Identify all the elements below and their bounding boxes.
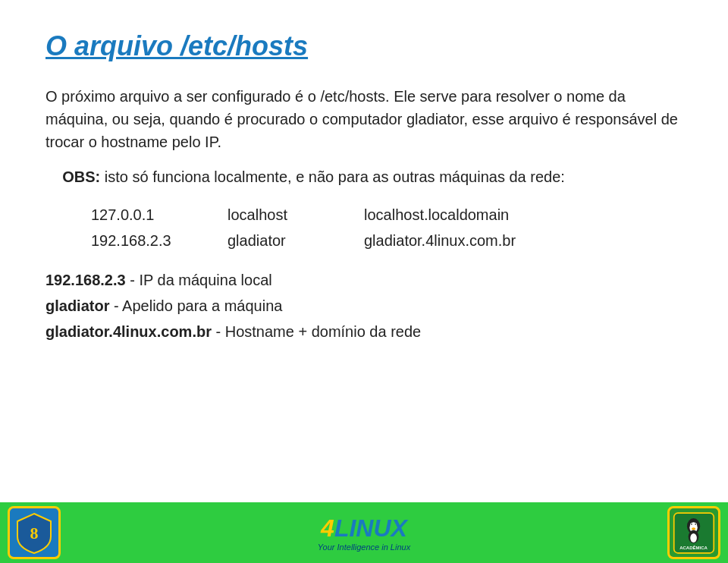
legend-text-2: - Apelido para a máquina (109, 297, 282, 314)
legend-gladiator: gladiator (46, 297, 109, 314)
shield-icon: 8 (11, 510, 57, 555)
bottom-right-logo: ACADÊMICA (667, 506, 720, 559)
4linux-logo-text: 4 LINUX (321, 514, 407, 543)
paragraph-1-text: O próximo arquivo a ser configurado é o … (46, 88, 390, 105)
hosts-fqdn-2: gladiator.4linux.com.br (364, 229, 516, 252)
legend-fqdn: gladiator.4linux.com.br (46, 323, 212, 340)
legend-text-1: - IP da máquina local (126, 272, 272, 288)
svg-text:ACADÊMICA: ACADÊMICA (679, 545, 708, 550)
hosts-row-2: 192.168.2.3 gladiator gladiator.4linux.c… (91, 229, 682, 252)
svg-point-8 (692, 527, 695, 530)
hosts-ip-1: 127.0.0.1 (91, 203, 228, 226)
bottom-center-logo: 4 LINUX Your Intelligence in Linux (318, 514, 410, 552)
slide-container: O arquivo /etc/hosts O próximo arquivo a… (0, 0, 728, 563)
obs-text: isto só funciona localmente, e não para … (100, 168, 565, 185)
obs-paragraph: OBS: isto só funciona localmente, e não … (46, 165, 682, 188)
hosts-table: 127.0.0.1 localhost localhost.localdomai… (91, 203, 682, 252)
svg-text:8: 8 (30, 524, 39, 543)
bottom-bar: 8 4 LINUX Your Intelligence in Linux ACA… (0, 502, 728, 563)
svg-point-7 (695, 524, 696, 525)
paragraph-1: O próximo arquivo a ser configurado é o … (46, 85, 682, 153)
legend-line-3: gladiator.4linux.com.br - Hostname + dom… (46, 319, 682, 344)
hosts-ip-2: 192.168.2.3 (91, 229, 228, 252)
logo-tagline: Your Intelligence in Linux (318, 543, 410, 552)
svg-point-10 (690, 533, 697, 542)
slide-content: O próximo arquivo a ser configurado é o … (46, 85, 682, 344)
logo-four: 4 (321, 514, 334, 543)
legend-ip: 192.168.2.3 (46, 272, 126, 288)
bottom-left-logo: 8 (8, 506, 61, 559)
legend-line-2: gladiator - Apelido para a máquina (46, 293, 682, 319)
logo-linux: LINUX (334, 514, 407, 543)
obs-label: OBS: (62, 168, 100, 185)
slide-title: O arquivo /etc/hosts (46, 30, 682, 62)
hosts-fqdn-1: localhost.localdomain (364, 203, 509, 226)
svg-point-6 (691, 524, 692, 525)
hosts-hostname-2: gladiator (228, 229, 364, 252)
hosts-hostname-1: localhost (228, 203, 364, 226)
legend-text-3: - Hostname + domínio da rede (212, 323, 421, 340)
academica-logo-icon: ACADÊMICA (673, 508, 715, 558)
legend-section: 192.168.2.3 - IP da máquina local gladia… (46, 267, 682, 344)
hosts-row-1: 127.0.0.1 localhost localhost.localdomai… (91, 203, 682, 226)
legend-line-1: 192.168.2.3 - IP da máquina local (46, 267, 682, 293)
